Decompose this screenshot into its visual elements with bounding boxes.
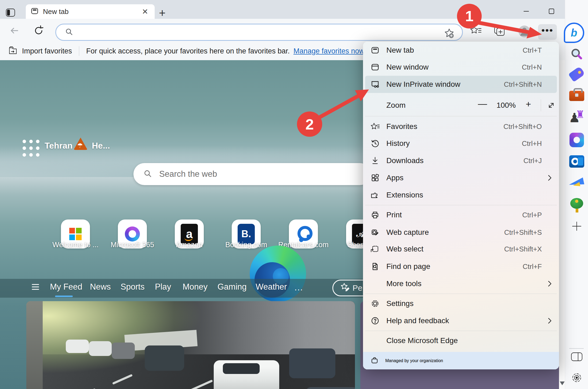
zoom-in-button[interactable]: + [526, 99, 531, 109]
quick-link-label: Amazon [160, 241, 219, 249]
tab-close-icon[interactable]: ✕ [142, 7, 148, 16]
bing-chat-icon[interactable]: b [564, 23, 584, 43]
sidebar-tools-icon[interactable] [565, 91, 588, 101]
web-select-icon [371, 244, 380, 254]
menu-item-more-tools[interactable]: More tools [365, 275, 557, 292]
sidebar-games-icon[interactable]: ♟♜ [565, 111, 588, 125]
new-tab-button[interactable]: + [159, 8, 166, 19]
feed-tab-play[interactable]: Play [155, 282, 171, 292]
zoom-value: 100% [489, 101, 524, 110]
menu-separator [365, 116, 557, 116]
menu-item-new-inprivate-window[interactable]: New InPrivate window Ctrl+Shift+N [365, 76, 557, 93]
menu-item-settings[interactable]: Settings [365, 295, 557, 312]
personalize-label: Pe [353, 283, 362, 293]
sidebar-add-icon[interactable] [565, 220, 588, 232]
feed-menu-icon[interactable] [31, 283, 40, 293]
menu-item-zoom: Zoom — 100% + [365, 97, 557, 114]
feed-tab-gaming[interactable]: Gaming [217, 282, 247, 292]
manage-favorites-link[interactable]: Manage favorites now [293, 47, 364, 55]
favorites-icon[interactable] [469, 25, 482, 38]
divider [541, 99, 541, 111]
feed-tab-news[interactable]: News [90, 282, 111, 292]
web-search-input[interactable]: Search the web [133, 163, 371, 185]
fullscreen-icon[interactable] [547, 101, 556, 110]
search-icon [143, 169, 152, 179]
search-placeholder: Search the web [159, 169, 217, 179]
microsoft-logo-icon [69, 228, 82, 240]
rentalcars-icon [296, 226, 310, 242]
feed-tab-weather[interactable]: Weather [256, 282, 287, 292]
downloads-icon [371, 156, 380, 165]
apps-icon [371, 173, 380, 182]
maximize-button[interactable] [543, 6, 560, 17]
tab-title: New tab [43, 8, 142, 16]
menu-item-extensions[interactable]: Extensions [365, 186, 557, 204]
favorites-icon [371, 122, 380, 131]
page-scrollbar[interactable] [559, 60, 565, 389]
microsoft-365-icon [125, 226, 140, 242]
sidebar-microsoft365-icon[interactable] [565, 133, 588, 147]
print-icon [371, 210, 380, 219]
profile-avatar[interactable] [518, 25, 531, 39]
quick-link-label: Microsoft 365 [103, 241, 162, 249]
settings-and-more-button[interactable]: ••• [538, 24, 557, 40]
chevron-right-icon [546, 317, 553, 324]
edge-sidebar: ♟♜ [565, 0, 588, 389]
browser-window: New tab ✕ + [0, 0, 588, 389]
menu-separator [365, 331, 557, 331]
menu-item-new-tab[interactable]: New tab Ctrl+T [365, 42, 557, 59]
menu-item-downloads[interactable]: Downloads Ctrl+J [365, 152, 557, 169]
weather-headline[interactable]: He... [92, 141, 110, 151]
sidebar-outlook-icon[interactable] [565, 155, 588, 168]
menu-item-find-on-page[interactable]: Find on page Ctrl+F [365, 258, 557, 275]
zoom-out-button[interactable]: — [478, 98, 487, 109]
menu-separator [365, 205, 557, 205]
scroll-down-arrow-icon[interactable] [560, 381, 565, 385]
toolbar: ••• [0, 19, 565, 42]
weather-location[interactable]: Tehran [45, 141, 72, 151]
menu-item-web-select[interactable]: Web select Ctrl+Shift+X [365, 240, 557, 258]
collections-icon[interactable] [493, 25, 505, 38]
feed-tab-my-feed[interactable]: My Feed [50, 282, 82, 292]
feed-tabs-more-icon[interactable]: … [294, 282, 303, 293]
menu-item-history[interactable]: History Ctrl+H [365, 135, 557, 152]
menu-item-close-edge[interactable]: Close Microsoft Edge [365, 332, 557, 349]
tab-new-tab[interactable]: New tab ✕ [26, 4, 155, 19]
news-image [26, 301, 355, 389]
refresh-icon[interactable] [33, 25, 45, 38]
app-launcher-icon[interactable] [23, 140, 40, 157]
address-bar[interactable] [55, 24, 463, 41]
sidebar-search-icon[interactable] [565, 47, 588, 61]
menu-item-managed[interactable]: Managed by your organization [363, 352, 559, 369]
back-icon[interactable] [9, 25, 20, 37]
import-favorites-label[interactable]: Import favorites [22, 47, 72, 55]
news-card[interactable]: Urban Life This rare Ferrari 360 Challen… [26, 301, 355, 389]
personalize-icon [340, 282, 350, 294]
tab-actions-menu-icon[interactable] [6, 9, 15, 17]
weather-alert-icon[interactable]: ☂ [74, 138, 88, 150]
settings-and-more-menu: New tab Ctrl+T New window Ctrl+N New InP… [363, 42, 559, 369]
sidebar-drop-icon[interactable] [565, 177, 588, 189]
sidebar-split-screen-icon[interactable] [565, 351, 588, 362]
sidebar-tree-icon[interactable] [565, 197, 588, 212]
chevron-right-icon [546, 174, 553, 181]
sidebar-shopping-icon[interactable] [565, 69, 588, 79]
menu-item-new-window[interactable]: New window Ctrl+N [365, 59, 557, 76]
new-tab-icon [371, 46, 380, 55]
inprivate-icon [371, 80, 380, 89]
menu-item-favorites[interactable]: Favorites Ctrl+Shift+O [365, 118, 557, 135]
feed-tab-sports[interactable]: Sports [121, 282, 145, 292]
sidebar-settings-icon[interactable] [565, 371, 588, 384]
menu-item-help-and-feedback[interactable]: Help and feedback [365, 312, 557, 329]
minimize-button[interactable] [518, 6, 534, 17]
favorites-bar-message: For quick access, place your favorites h… [86, 47, 290, 55]
menu-item-web-capture[interactable]: Web capture Ctrl+Shift+S [365, 224, 557, 241]
import-favorites-icon[interactable] [8, 45, 19, 57]
briefcase-icon [371, 356, 379, 365]
tab-favicon-icon [31, 7, 39, 16]
menu-item-apps[interactable]: Apps [365, 169, 557, 186]
menu-item-print[interactable]: Print Ctrl+P [365, 206, 557, 224]
title-bar: New tab ✕ + [0, 0, 588, 19]
add-favorite-icon[interactable] [443, 27, 455, 40]
feed-tab-money[interactable]: Money [183, 282, 208, 292]
